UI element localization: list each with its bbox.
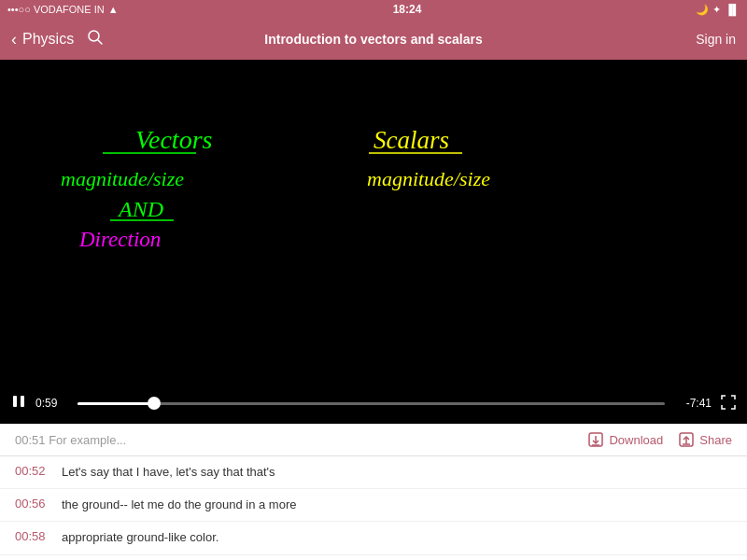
transcript-current-line: 00:51 For example... <box>15 433 587 447</box>
share-button[interactable]: Share <box>678 431 732 448</box>
vectors-and: AND <box>117 197 163 221</box>
battery-icon: ▐▌ <box>725 4 740 15</box>
status-time: 18:24 <box>393 3 422 16</box>
transcript-list: 00:52Let's say that I have, let's say th… <box>0 456 747 560</box>
transcript-item: 00:58appropriate ground-like color. <box>0 522 747 554</box>
status-left: •••○○ VODAFONE IN ▲ <box>7 4 119 15</box>
nav-bar: ‹ Physics Introduction to vectors and sc… <box>0 19 747 60</box>
nav-left: ‹ Physics <box>11 29 123 50</box>
share-icon <box>678 431 695 448</box>
status-bar: •••○○ VODAFONE IN ▲ 18:24 🌙 ✦ ▐▌ <box>0 0 747 19</box>
fullscreen-button[interactable] <box>721 395 736 413</box>
transcript-actions: Download Share <box>587 431 732 448</box>
search-icon[interactable] <box>87 29 104 50</box>
progress-thumb[interactable] <box>148 397 161 410</box>
video-player: Vectors magnitude/size AND Direction Sca… <box>0 60 747 424</box>
download-label: Download <box>609 433 663 447</box>
transcript-header: 00:51 For example... Download <box>0 424 747 456</box>
scalars-magnitude: magnitude/size <box>367 167 490 190</box>
vectors-title: Vectors <box>135 125 213 154</box>
download-icon <box>587 431 604 448</box>
remaining-time: -7:41 <box>674 397 712 410</box>
video-frame: Vectors magnitude/size AND Direction Sca… <box>0 60 747 424</box>
sign-in-button[interactable]: Sign in <box>696 32 736 47</box>
download-button[interactable]: Download <box>587 431 663 448</box>
transcript-area: 00:51 For example... Download <box>0 424 747 560</box>
back-arrow-icon[interactable]: ‹ <box>11 30 17 49</box>
transcript-item: 00:56the ground-- let me do the ground i… <box>0 489 747 522</box>
progress-fill <box>78 402 154 405</box>
carrier-text: •••○○ VODAFONE IN <box>7 4 105 15</box>
moon-icon: 🌙 <box>696 4 709 16</box>
transcript-text: Let's say that I have, let's say that th… <box>62 464 275 481</box>
current-time: 0:59 <box>35 397 68 410</box>
transcript-item: 00:52Let's say that I have, let's say th… <box>0 456 747 489</box>
wifi-icon: ▲ <box>108 4 119 15</box>
transcript-text: appropriate ground-like color. <box>62 529 218 546</box>
nav-title: Introduction to vectors and scalars <box>264 32 482 47</box>
share-label: Share <box>699 433 732 447</box>
svg-line-1 <box>98 39 103 44</box>
pause-button[interactable] <box>11 394 26 413</box>
back-button[interactable]: Physics <box>22 31 74 48</box>
svg-rect-5 <box>13 396 17 407</box>
bluetooth-icon: ✦ <box>712 4 721 16</box>
transcript-time: 00:52 <box>15 464 52 478</box>
svg-rect-6 <box>21 396 24 407</box>
video-blackboard: Vectors magnitude/size AND Direction Sca… <box>0 60 747 383</box>
transcript-time: 00:58 <box>15 529 52 543</box>
transcript-text: the ground-- let me do the ground in a m… <box>62 497 296 513</box>
vectors-direction: Direction <box>78 228 161 251</box>
video-controls: 0:59 -7:41 <box>0 383 747 424</box>
scalars-title: Scalars <box>374 126 449 154</box>
transcript-time: 00:56 <box>15 497 52 511</box>
status-right: 🌙 ✦ ▐▌ <box>696 4 740 16</box>
vectors-magnitude: magnitude/size <box>61 167 184 190</box>
progress-bar[interactable] <box>78 402 665 405</box>
